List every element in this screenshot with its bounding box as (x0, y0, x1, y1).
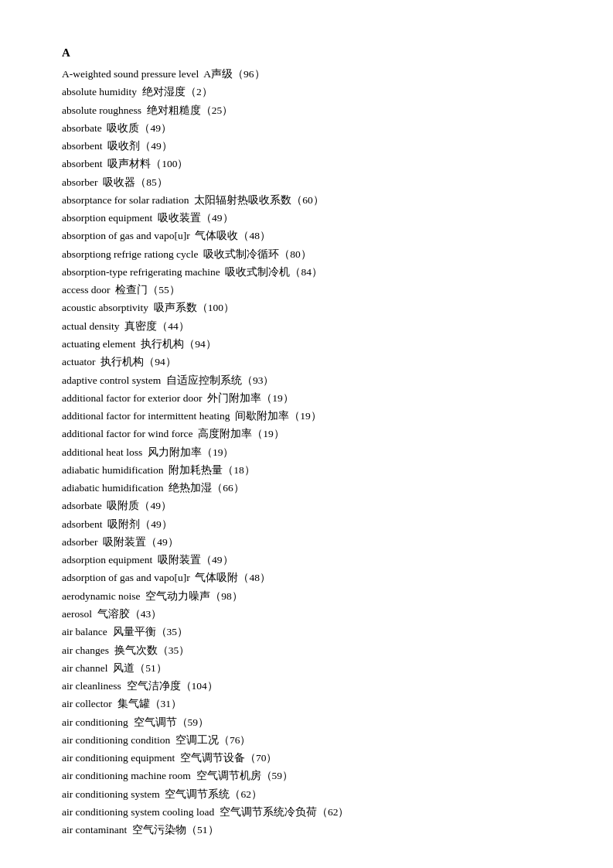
entry-english: adsorber (62, 536, 97, 548)
entry-chinese: 绝对粗糙度（25） (141, 104, 233, 116)
entry-chinese: 吸附剂（49） (102, 518, 172, 530)
entry-chinese: 自适应控制系统（93） (161, 374, 274, 386)
entry-english: air conditioning condition (62, 734, 170, 746)
entry-chinese: 吸收式制冷机（84） (220, 266, 322, 278)
entry-chinese: 气体吸附（48） (190, 572, 271, 583)
list-item: air contaminant 空气污染物（51） (62, 822, 551, 839)
list-item: absorption of gas and vapo[u]r 气体吸收（48） (62, 227, 551, 244)
list-item: absorptance for solar radiation 太阳辐射热吸收系… (62, 192, 551, 209)
entry-chinese: 外门附加率（19） (202, 392, 293, 404)
entry-english: air conditioning (62, 716, 128, 728)
entry-english: air conditioning equipment (62, 752, 175, 764)
entry-chinese: 空调工况（76） (170, 734, 250, 746)
list-item: acoustic absorptivity 吸声系数（100） (62, 299, 551, 316)
entry-chinese: 气体吸收（48） (190, 230, 271, 241)
entry-english: access door (62, 284, 111, 296)
entry-english: adsorption equipment (62, 554, 152, 566)
list-item: air changes 换气次数（35） (62, 642, 551, 659)
entry-chinese: 吸附装置（49） (97, 536, 178, 548)
entry-english: absorption of gas and vapo[u]r (62, 230, 190, 241)
entry-chinese: 间歇附加率（19） (230, 410, 321, 422)
entry-english: absorption-type refrigerating machine (62, 266, 220, 278)
entry-english: adiabatic humidification (62, 482, 164, 494)
entry-chinese: 吸收质（49） (102, 122, 172, 134)
list-item: actuator 执行机构（94） (62, 354, 551, 371)
list-item: additional heat loss 风力附加率（19） (62, 444, 551, 461)
entry-chinese: 换气次数（35） (109, 644, 189, 656)
entry-english: absorber (62, 176, 97, 188)
entry-chinese: 空气调节（59） (128, 716, 209, 728)
list-item: air cleanliness 空气洁净度（104） (62, 678, 551, 695)
entry-english: absolute humidity (62, 86, 137, 97)
entry-english: air conditioning system (62, 788, 160, 800)
list-item: aerosol 气溶胶（43） (62, 606, 551, 623)
entry-english: air channel (62, 662, 108, 674)
entry-english: absorption equipment (62, 212, 152, 224)
entry-english: air conditioning machine room (62, 770, 191, 781)
list-item: actuating element 执行机构（94） (62, 336, 551, 353)
entry-english: aerosol (62, 608, 92, 620)
list-item: absorbent 吸声材料（100） (62, 155, 551, 173)
entry-chinese: 吸声系数（100） (148, 302, 234, 313)
entry-english: A-weighted sound pressure level (62, 68, 199, 80)
entry-chinese: 绝对湿度（2） (137, 86, 213, 97)
entry-english: acoustic absorptivity (62, 302, 148, 313)
entry-english: air contaminant (62, 824, 127, 836)
entry-english: adsorbate (62, 500, 102, 511)
entry-english: adsorption of gas and vapo[u]r (62, 572, 190, 583)
entry-chinese: 空气调节系统（62） (160, 788, 262, 800)
list-item: absorbate 吸收质（49） (62, 120, 551, 137)
list-item: absolute humidity 绝对湿度（2） (62, 84, 551, 101)
entry-chinese: 绝热加湿（66） (164, 482, 244, 494)
entry-english: air conditioning system cooling load (62, 806, 214, 818)
entry-chinese: 太阳辐射热吸收系数（60） (189, 194, 324, 206)
list-item: absorption-type refrigerating machine 吸收… (62, 264, 551, 281)
list-item: air conditioning machine room 空气调节机房（59） (62, 767, 551, 784)
entry-chinese: 高度附加率（19） (192, 428, 284, 439)
entry-chinese: A声级（96） (199, 68, 264, 80)
list-item: additional factor for intermittent heati… (62, 408, 551, 425)
entry-english: absorptance for solar radiation (62, 194, 189, 206)
section-header: A (62, 46, 551, 60)
list-item: adsorbate 吸附质（49） (62, 497, 551, 514)
entry-english: absorptiong refrige rationg cycle (62, 248, 199, 260)
entry-chinese: 吸收器（85） (97, 176, 167, 188)
entry-chinese: 附加耗热量（18） (164, 464, 255, 476)
list-item: air conditioning system 空气调节系统（62） (62, 786, 551, 803)
entry-chinese: 空气调节设备（70） (175, 752, 277, 764)
entry-chinese: 真密度（44） (120, 320, 189, 332)
entry-english: adsorbent (62, 518, 102, 530)
entry-english: air collector (62, 698, 112, 709)
list-item: adsorbent 吸附剂（49） (62, 516, 551, 533)
entry-english: air cleanliness (62, 680, 121, 692)
list-item: air conditioning equipment 空气调节设备（70） (62, 750, 551, 767)
entry-english: absorbate (62, 122, 102, 134)
entry-chinese: 吸声材料（100） (102, 158, 188, 169)
entry-english: additional heat loss (62, 446, 142, 458)
entry-english: absorbent (62, 140, 102, 152)
list-item: additional factor for wind force 高度附加率（1… (62, 425, 551, 443)
entry-chinese: 空气动力噪声（98） (141, 590, 243, 602)
list-item: adsorber 吸附装置（49） (62, 534, 551, 551)
entry-chinese: 吸附装置（49） (152, 554, 233, 566)
list-item: actual density 真密度（44） (62, 318, 551, 335)
entry-chinese: 吸收剂（49） (102, 140, 172, 152)
entry-chinese: 吸收式制冷循环（80） (199, 248, 312, 260)
list-item: adsorption equipment 吸附装置（49） (62, 552, 551, 569)
entry-english: actuator (62, 356, 95, 367)
entry-chinese: 执行机构（94） (136, 338, 216, 350)
entry-english: additional factor for exterior door (62, 392, 202, 404)
entry-english: air changes (62, 644, 109, 656)
list-item: access door 检查门（55） (62, 282, 551, 299)
entry-chinese: 吸附质（49） (102, 500, 172, 511)
entry-english: adaptive control system (62, 374, 161, 386)
entry-chinese: 执行机构（94） (95, 356, 175, 367)
list-item: additional factor for exterior door 外门附加… (62, 390, 551, 407)
entry-chinese: 吸收装置（49） (152, 212, 233, 224)
entry-chinese: 空气污染物（51） (127, 824, 218, 836)
entry-english: additional factor for intermittent heati… (62, 410, 230, 422)
list-item: adaptive control system 自适应控制系统（93） (62, 372, 551, 389)
entry-chinese: 风道（51） (108, 662, 167, 674)
entry-chinese: 气溶胶（43） (92, 608, 162, 620)
entry-chinese: 集气罐（31） (112, 698, 182, 709)
